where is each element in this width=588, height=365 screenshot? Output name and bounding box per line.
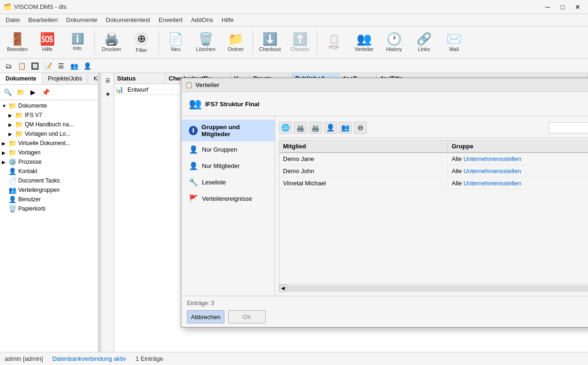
modal-doc-name: IFS7 Struktur Final — [205, 101, 260, 108]
tree-item-kontakt[interactable]: 👤 Kontakt — [0, 167, 98, 176]
neu-button[interactable]: 📄 Neu — [161, 28, 190, 57]
print-icon: 🖨️ — [104, 33, 119, 45]
drucken-button[interactable]: 🖨️ Drucken — [97, 28, 126, 57]
secondary-toolbar: 🗂 📋 🔲 📝 ☰ 👥 👤 — [0, 59, 588, 73]
tree-item-benutzer[interactable]: 👤 Benutzer — [0, 195, 98, 204]
nav-leseliste[interactable]: 🔧 Leseliste — [181, 174, 275, 190]
sec-btn-4[interactable]: 📝 — [42, 60, 53, 72]
menu-dokumente[interactable]: Dokumente — [62, 15, 101, 25]
toolbar-separator-1 — [94, 31, 95, 54]
nav-verteilerereignisse[interactable]: 🚩 Verteilerereignisse — [181, 190, 275, 207]
cancel-button[interactable]: Abbrechen — [187, 310, 224, 323]
sec-btn-1[interactable]: 🗂 — [3, 60, 14, 72]
menu-bearbeiten[interactable]: Bearbeiten — [24, 15, 61, 25]
pin-btn[interactable]: 📌 — [40, 87, 51, 98]
modal-tool-remove[interactable]: ⊖ — [354, 122, 367, 134]
history-button[interactable]: 🕐 History — [380, 28, 409, 57]
modal-body: 👥 IFS7 Struktur Final ℹ Gruppen und Mitg… — [181, 92, 588, 327]
modal-table-row[interactable]: Vimetal Michael Alle Unternehmensstellen… — [279, 177, 588, 190]
close-button[interactable]: ✕ — [571, 2, 584, 12]
hscroll-track[interactable] — [287, 286, 588, 291]
window-title: VISCOM.DMS - dls — [14, 3, 67, 10]
modal-search-box: 🔍 — [549, 122, 588, 133]
tree-item-ifs-v7[interactable]: ▶ 📁 IFS V7 — [0, 110, 98, 120]
tree-item-dokumente[interactable]: ▼ 📁 Dokumente — [0, 101, 98, 110]
tree-item-vorlagen2[interactable]: ▶ 📁 Vorlagen — [0, 148, 98, 157]
menu-addons[interactable]: AddOns — [187, 15, 217, 25]
reading-list-icon: 🔧 — [189, 178, 198, 187]
modal-table-row[interactable]: Demo John Alle Unternehmensstellen — [279, 165, 588, 177]
verteiler-button[interactable]: 👥 Verteiler — [350, 28, 379, 57]
nav-nur-gruppen[interactable]: 👤 Nur Gruppen — [181, 141, 275, 158]
ok-button[interactable]: OK — [228, 310, 266, 323]
search-icon-btn[interactable]: 🔍 — [2, 87, 13, 98]
sec-btn-3[interactable]: 🔲 — [29, 60, 40, 72]
tree-item-verteilergruppen[interactable]: 👥 Verteilergruppen — [0, 185, 98, 195]
modal-tool-print2[interactable]: 🖨️ — [309, 122, 322, 134]
menu-erweitert[interactable]: Erweitert — [155, 15, 186, 25]
cell-mitglied-2: Demo John — [279, 165, 448, 177]
menu-dokumententest[interactable]: Dokumententest — [102, 15, 154, 25]
sec-btn-5[interactable]: ☰ — [55, 60, 67, 72]
tree-item-virtuelle[interactable]: ▶ 📁 Virtuelle Dokument... — [0, 139, 98, 148]
minimize-button[interactable]: ─ — [541, 2, 554, 12]
tab-projekte[interactable]: Projekte/Jobs — [42, 73, 88, 84]
sec-btn-7[interactable]: 👤 — [82, 60, 93, 72]
tree-item-document-tasks[interactable]: 📄 Document Tasks — [0, 176, 98, 185]
checkin-button[interactable]: ⬆️ Checkin — [285, 28, 314, 57]
modal-search-input[interactable] — [549, 122, 588, 133]
modal-tool-user[interactable]: 👤 — [324, 122, 337, 134]
pdf-button[interactable]: 📋 PDF — [320, 28, 349, 57]
modal-main-content: 🌐 🖨️ 🖨️ 👤 👥 ⊖ 🔍 — [275, 116, 588, 296]
tree-item-vorlagen[interactable]: ▶ 📁 Vorlagen und Lo... — [0, 129, 98, 139]
folder-icon: 📁 — [8, 102, 16, 110]
hscroll-left-btn[interactable]: ◀ — [279, 285, 287, 292]
sec-btn-6[interactable]: 👥 — [68, 60, 80, 72]
nav-nur-mitglieder[interactable]: 👤 Nur Mitglieder — [181, 158, 275, 174]
toolbar-separator-4 — [317, 31, 317, 54]
group-only-icon: 👤 — [189, 145, 198, 154]
info-button[interactable]: ℹ️ Info — [63, 28, 92, 57]
folder-expand-btn[interactable]: 📁 — [15, 87, 26, 98]
sec-btn-2[interactable]: 📋 — [16, 60, 27, 72]
modal-table-row[interactable]: Demo Jane Alle Unternehmensstellen — [279, 153, 588, 165]
modal-tool-user-add[interactable]: 👥 — [339, 122, 352, 134]
menu-hilfe[interactable]: Hilfe — [218, 15, 238, 25]
links-icon: 🔗 — [417, 33, 432, 45]
history-icon: 🕐 — [387, 33, 402, 45]
modal-footer-buttons: Abbrechen OK — [187, 310, 588, 323]
beenden-button[interactable]: 🚪 Beenden — [3, 28, 32, 57]
ordner-button[interactable]: 📁 Ordner — [221, 28, 250, 57]
mail-button[interactable]: ✉️ Mail — [439, 28, 469, 57]
nav-gruppen-mitglieder[interactable]: ℹ Gruppen und Mitglieder — [181, 120, 275, 141]
info-icon: ℹ️ — [71, 34, 84, 44]
sidebar-tabs: Dokumente Projekte/Jobs Kalender — [0, 73, 98, 85]
tab-kalender[interactable]: Kalender — [88, 73, 98, 84]
tree-item-papierkorb[interactable]: 🗑️ Papierkorb — [0, 204, 98, 213]
modal-doc-icon: 👥 — [189, 98, 201, 110]
hilfe-button[interactable]: 🆘 Hilfe — [33, 28, 62, 57]
links-button[interactable]: 🔗 Links — [409, 28, 439, 57]
cell-mitglied-3: Vimetal Michael — [279, 177, 448, 189]
folder-icon: 📁 — [8, 139, 16, 147]
loeschen-button[interactable]: 🗑️ Löschen — [191, 28, 220, 57]
breadcrumb-btn[interactable]: ▶ — [27, 87, 38, 98]
folder-icon: 📁 — [15, 111, 23, 119]
tab-dokumente[interactable]: Dokumente — [0, 73, 42, 84]
filter-button[interactable]: ⊕ Filter — [127, 28, 156, 57]
checkout-button[interactable]: ⬇️ Checkout — [255, 28, 284, 57]
verteiler-modal: 📋 Verteiler ─ □ ✕ 👥 IFS7 Struktur Final — [181, 78, 588, 328]
status-user: admin [admin] — [5, 355, 43, 362]
folder-icon: 📁 — [8, 149, 16, 156]
door-icon: 🚪 — [10, 33, 25, 45]
tree-item-prozesse[interactable]: ▶ ⚙️ Prozesse — [0, 157, 98, 167]
maximize-button[interactable]: □ — [556, 2, 569, 12]
tree-item-qm[interactable]: ▶ 📁 QM Handbuch na... — [0, 120, 98, 129]
modal-tool-print[interactable]: 🖨️ — [294, 122, 307, 134]
tasks-icon: 📄 — [8, 177, 16, 184]
menu-datei[interactable]: Datei — [2, 15, 23, 25]
cell-gruppe-1: Alle Unternehmensstellen — [448, 153, 588, 165]
filter-icon: ⊕ — [134, 32, 149, 46]
modal-tools: 🌐 🖨️ 🖨️ 👤 👥 ⊖ 🔍 — [279, 120, 588, 138]
modal-tool-globe[interactable]: 🌐 — [279, 122, 292, 134]
